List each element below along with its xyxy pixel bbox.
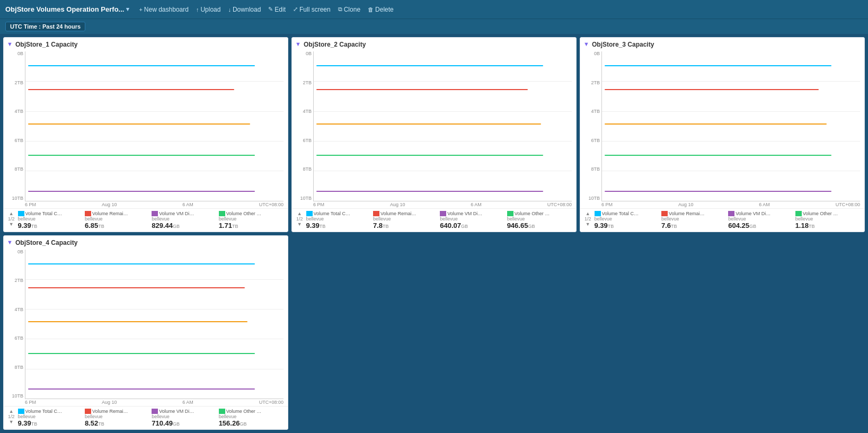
- y-label: 2TB: [296, 81, 313, 85]
- arrow-down[interactable]: ▼: [9, 222, 14, 227]
- legend-unit: GB: [173, 224, 180, 229]
- x-label: UTC+08:00: [259, 400, 284, 405]
- legend-color-bar: [85, 409, 91, 414]
- arrow-down[interactable]: ▼: [9, 419, 14, 425]
- chart-line-1: [28, 89, 235, 90]
- chart-plot-panel4: [25, 250, 284, 400]
- edit-button[interactable]: ✎Edit: [265, 4, 289, 15]
- legend-title: Volume Other Used Ca...: [803, 211, 840, 216]
- download-button[interactable]: ↓Download: [225, 4, 264, 15]
- legend-source: bellevue: [152, 414, 216, 419]
- delete-button[interactable]: 🗑Delete: [365, 4, 397, 15]
- filter-icon[interactable]: ▼: [7, 239, 13, 245]
- arrow-up[interactable]: ▲: [586, 211, 590, 216]
- legend-source: bellevue: [795, 216, 860, 222]
- y-label: 8TB: [296, 167, 313, 172]
- grid-line: [602, 141, 860, 142]
- legend-color-bar: [85, 211, 91, 216]
- panel-panel4: ▼ObjStore_4 Capacity10TB8TB6TB4TB2TB0B6 …: [3, 235, 288, 430]
- chart-line-0: [28, 65, 255, 66]
- legend-indicator: Volume Total Capacit...: [18, 211, 83, 216]
- top-actions: +New dashboard↑Upload↓Download✎Edit⤢Full…: [136, 4, 396, 15]
- legend-value: 7.8TB: [373, 222, 438, 229]
- panel-title-panel4: ▼ObjStore_4 Capacity: [4, 236, 288, 248]
- arrow-down[interactable]: ▼: [297, 222, 302, 227]
- legend-indicator: Volume Remaining Cap...: [661, 211, 726, 216]
- x-axis: 6 PMAug 106 AMUTC+08:00: [25, 399, 284, 406]
- new-dashboard-button[interactable]: +New dashboard: [136, 4, 192, 15]
- legend-indicator: Volume VM Disk Used ...: [440, 211, 504, 216]
- new-dashboard-icon: +: [139, 6, 142, 13]
- y-label: 4TB: [8, 109, 25, 114]
- time-badge[interactable]: UTC Time : Past 24 hours: [5, 22, 85, 31]
- y-axis-labels: 10TB8TB6TB4TB2TB0B: [8, 250, 25, 407]
- legend-indicator: Volume Other Used Ca...: [219, 409, 284, 414]
- legend-color-bar: [219, 211, 225, 216]
- x-label: Aug 10: [102, 202, 117, 207]
- legend-unit: GB: [240, 421, 246, 427]
- legend-unit: GB: [461, 224, 468, 229]
- delete-icon: 🗑: [368, 6, 374, 13]
- arrow-up[interactable]: ▲: [9, 409, 14, 414]
- y-label: 2TB: [584, 81, 601, 85]
- legend-col: Volume Other Used Ca...bellevue946.65GB: [507, 211, 572, 229]
- legend-col: Volume VM Disk Used ...bellevue640.07GB: [440, 211, 504, 229]
- chart-area-panel2: 10TB8TB6TB4TB2TB0B6 PMAug 106 AMUTC+08:0…: [292, 49, 576, 208]
- clone-button[interactable]: ⧉Clone: [335, 4, 364, 15]
- legend-value: 7.6TB: [661, 222, 726, 229]
- y-label: 2TB: [8, 278, 25, 283]
- grid-line: [602, 81, 860, 82]
- filter-icon[interactable]: ▼: [295, 41, 301, 47]
- y-label: 10TB: [8, 394, 25, 399]
- fullscreen-button[interactable]: ⤢Full screen: [290, 4, 334, 15]
- y-label: 4TB: [8, 307, 25, 312]
- legend-source: bellevue: [219, 414, 284, 419]
- legend-title: Volume Other Used Ca...: [515, 211, 552, 216]
- arrow-up[interactable]: ▲: [9, 211, 14, 216]
- filter-icon[interactable]: ▼: [583, 41, 589, 47]
- legend-title: Volume Remaining Cap...: [380, 211, 418, 216]
- legend-indicator: Volume Other Used Ca...: [507, 211, 572, 216]
- chart-line-3: [28, 155, 255, 156]
- legend-title: Volume Total Capacit...: [25, 211, 63, 216]
- legend-value: 8.52TB: [85, 419, 149, 427]
- download-icon: ↓: [228, 6, 231, 13]
- legend-title: Volume Remaining Cap...: [669, 211, 706, 216]
- legend-source: bellevue: [661, 216, 726, 222]
- arrow-up[interactable]: ▲: [297, 211, 302, 216]
- chart-line-2: [28, 123, 250, 125]
- x-label: Aug 10: [390, 202, 405, 207]
- y-label: 6TB: [8, 336, 25, 341]
- chart-line-0: [28, 263, 255, 264]
- upload-icon: ↑: [196, 6, 199, 13]
- y-label: 8TB: [584, 167, 601, 172]
- arrow-down[interactable]: ▼: [586, 222, 590, 227]
- chart-plot-panel3: [601, 51, 860, 201]
- upload-button[interactable]: ↑Upload: [193, 4, 224, 15]
- chart-line-0: [316, 65, 544, 66]
- y-label: 4TB: [296, 109, 313, 114]
- legend-unit: TB: [608, 224, 614, 229]
- legend-indicator: Volume Other Used Ca...: [795, 211, 860, 216]
- legend-indicator: Volume Remaining Cap...: [85, 409, 149, 414]
- chart-plot-panel1: [25, 51, 284, 201]
- chart-line-1: [316, 89, 528, 90]
- legend-color-bar: [440, 211, 446, 216]
- y-label: 8TB: [8, 365, 25, 370]
- legend-color-bar: [18, 409, 24, 414]
- legend-panel1: ▲1/2▼Volume Total Capacit...bellevue9.39…: [4, 208, 288, 232]
- x-label: 6 AM: [759, 202, 770, 207]
- grid-line: [314, 111, 572, 112]
- y-label: 4TB: [584, 109, 601, 114]
- filter-icon[interactable]: ▼: [7, 41, 13, 47]
- edit-icon: ✎: [268, 6, 273, 13]
- title-chevron-icon[interactable]: ▾: [126, 6, 129, 13]
- time-value: Past 24 hours: [42, 23, 81, 30]
- legend-title: Volume VM Disk Used ...: [447, 211, 484, 216]
- legend-col: Volume Total Capacit...bellevue9.39TB: [18, 409, 83, 427]
- x-axis: 6 PMAug 106 AMUTC+08:00: [25, 201, 284, 208]
- panel-title-panel2: ▼ObjStore_2 Capacity: [292, 38, 576, 49]
- legend-indicator: Volume Total Capacit...: [595, 211, 659, 216]
- legend-indicator: Volume Remaining Cap...: [85, 211, 149, 216]
- clone-icon: ⧉: [338, 6, 342, 13]
